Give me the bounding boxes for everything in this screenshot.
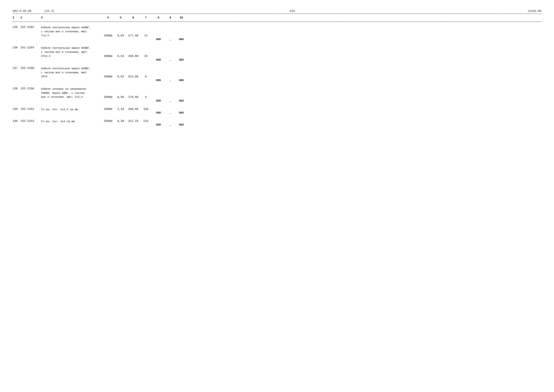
row-num: 235	[13, 26, 21, 29]
row-col5: 0,04	[115, 46, 126, 58]
row-col8	[151, 26, 166, 40]
row-desc: Кабели силовые на напряжениеI000В, марки…	[41, 87, 101, 99]
row-col8	[151, 87, 166, 101]
row-col8	[151, 119, 166, 125]
row-col9: —	[166, 107, 175, 115]
row-num: 240	[13, 119, 21, 123]
row-col7: 335	[140, 107, 151, 111]
row-num: 236	[13, 46, 21, 49]
table-row: 237 I5I-2290 Кабели контрольные марки АК…	[13, 64, 541, 84]
row-unit: I000м	[101, 67, 115, 78]
col-header-1: I	[13, 16, 21, 19]
row-col10	[175, 46, 188, 60]
section-label: (IX.2)	[44, 9, 57, 13]
row-col10	[175, 87, 188, 101]
row-col6: 277,00	[126, 26, 140, 37]
row-code: I5I-II96	[21, 87, 41, 90]
row-col6: 522,00	[126, 67, 140, 78]
row-unit: I000м	[101, 107, 115, 111]
row-unit: I000м	[101, 26, 115, 37]
table-row: 238 I5I-II96 Кабели силовые на напряжени…	[13, 84, 541, 105]
col-header-10: IO	[175, 16, 188, 19]
row-desc: Кабели контрольные марки АКВВГ,с числом …	[41, 26, 101, 38]
row-col10	[175, 107, 188, 113]
row-col8	[151, 67, 166, 81]
table-row: 235 I5I-2282 Кабели контрольные марки АК…	[13, 23, 541, 43]
row-code: I5I-2290	[21, 67, 41, 70]
doc-code: 21416-06	[528, 9, 541, 13]
row-desc: Кабели контрольные марки АКВВГ,с числом …	[41, 67, 101, 79]
row-unit: I000м	[101, 119, 115, 123]
row-col6: I79,00	[126, 87, 140, 99]
page-number: 224	[63, 9, 521, 13]
row-col8	[151, 107, 166, 113]
row-col6: 347,I0	[126, 119, 140, 123]
row-desc: То же, сеч. 4x4 кв.мм	[41, 119, 101, 124]
col-header-2: 2	[21, 16, 41, 19]
row-unit: I000м	[101, 46, 115, 58]
row-col7: 9	[140, 87, 151, 99]
row-col10	[175, 67, 188, 81]
row-code: I5I-2282	[21, 26, 41, 29]
row-desc: Кабели контрольные марки АКВВГ,с числом …	[41, 46, 101, 58]
row-col9: —	[166, 87, 175, 103]
table-row: 239 I5I-I252 То же, сеч. 4x2,5 кв.мм I00…	[13, 105, 541, 117]
row-code: I5I-2284	[21, 46, 41, 49]
col-header-3: 3	[41, 16, 101, 19]
row-col9: —	[166, 46, 175, 62]
doc-number: 902-5-35.86	[13, 9, 38, 13]
table-row: 236 I5I-2284 Кабели контрольные марки АК…	[13, 43, 541, 64]
row-col9: —	[166, 26, 175, 42]
row-code: I5I-I252	[21, 107, 41, 111]
row-col5: I,I6	[115, 107, 126, 111]
row-num: 238	[13, 87, 21, 90]
row-col10	[175, 119, 188, 125]
table-row: 240 I5I-I253 То же, сеч. 4x4 кв.мм I000м…	[13, 117, 541, 129]
col-header-7: 7	[140, 16, 151, 19]
row-col8	[151, 46, 166, 60]
col-header-8: 8	[151, 16, 166, 19]
row-col9: —	[166, 67, 175, 83]
row-col6: 458,00	[126, 46, 140, 58]
row-desc: То же, сеч. 4x2,5 кв.мм	[41, 107, 101, 112]
row-col10	[175, 26, 188, 40]
col-header-6: 6	[126, 16, 140, 19]
row-col5: 0,38	[115, 119, 126, 123]
col-header-9: 9	[166, 16, 175, 19]
col-header-5: 5	[115, 16, 126, 19]
header-divider	[13, 21, 541, 22]
row-col9: —	[166, 119, 175, 127]
row-unit: I000м	[101, 87, 115, 99]
row-col7: I8	[140, 46, 151, 58]
row-col5: 0,05	[115, 87, 126, 99]
row-col5: 0,05	[115, 26, 126, 37]
row-col5: 0,02	[115, 67, 126, 78]
row-num: 237	[13, 67, 21, 70]
row-col7: I4	[140, 26, 151, 37]
row-col7: I32	[140, 119, 151, 123]
table-body: 235 I5I-2282 Кабели контрольные марки АК…	[13, 23, 541, 129]
row-col7: 8	[140, 67, 151, 78]
row-num: 239	[13, 107, 21, 111]
row-col6: 288,60	[126, 107, 140, 111]
row-code: I5I-I253	[21, 119, 41, 123]
col-header-4: 4	[101, 16, 115, 19]
column-headers: I 2 3 4 5 6 7 8 9 IO	[13, 15, 541, 21]
top-divider	[13, 14, 541, 14]
